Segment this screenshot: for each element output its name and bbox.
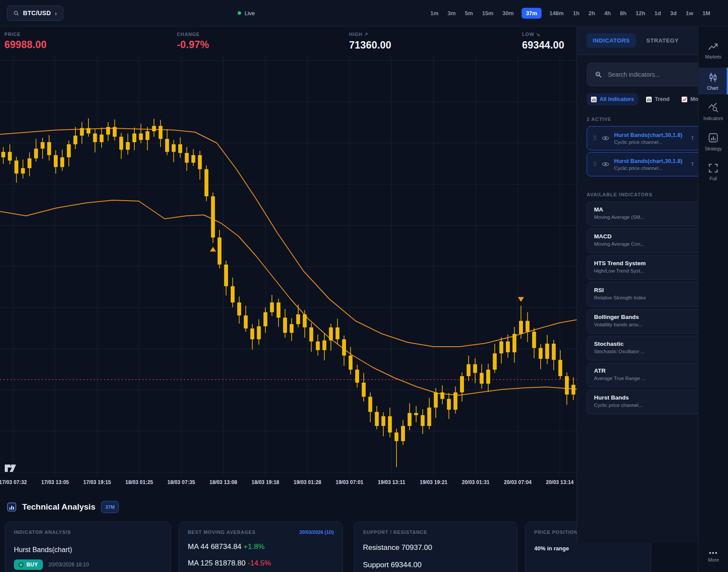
search-icon <box>595 71 602 78</box>
time-axis: 17/03 07:3217/03 13:0517/03 19:1518/03 0… <box>0 478 577 489</box>
available-indicator-atr[interactable]: ATRAverage True Range ... <box>587 363 699 387</box>
indicator-name: ATR <box>594 367 699 374</box>
section-title: Technical Analysis <box>22 502 95 512</box>
timeframe-15m[interactable]: 15m <box>481 8 495 19</box>
sidebar-item-strategy[interactable]: Strategy <box>699 128 728 155</box>
available-indicator-hts-trend-system[interactable]: HTS Trend SystemHigh/Low Trend Syst... <box>587 255 699 280</box>
timeframe-8h[interactable]: 8h <box>619 8 628 19</box>
available-indicator-stochastic[interactable]: StochasticStochastic Oscillator ... <box>587 336 699 361</box>
axis-tick-label: 17/03 07:32 <box>0 479 27 485</box>
live-label: Live <box>245 10 255 16</box>
axis-tick-label: 19/03 07:01 <box>336 479 363 485</box>
support-resistance-card: SUPPORT / RESISTANCE Resistance 70937.00… <box>354 521 517 572</box>
timeframe-bar: 1m3m5m15m30m37m148m1h2h4h8h12h1d3d1w1M <box>429 8 712 19</box>
clipped-tag: T <box>691 136 694 141</box>
eye-icon[interactable] <box>602 136 609 141</box>
tradingview-logo[interactable] <box>4 464 16 472</box>
timeframe-1d[interactable]: 1d <box>653 8 662 19</box>
indicator-name: Bollinger Bands <box>594 314 699 320</box>
top-bar: BTC/USD › Live 1m3m5m15m30m37m148m1h2h4h… <box>0 0 728 26</box>
axis-tick-label: 20/03 01:31 <box>462 479 490 485</box>
timeframe-5m[interactable]: 5m <box>464 8 474 19</box>
axis-tick-label: 18/03 13:08 <box>209 479 237 485</box>
tab-indicators[interactable]: INDICATORS <box>587 33 636 48</box>
indicators-icon <box>708 102 718 113</box>
available-indicator-rsi[interactable]: RSIRelative Strength Index <box>587 282 699 307</box>
filter-all-indicators[interactable]: All Indicators <box>587 93 638 105</box>
sidebar-item-full[interactable]: Full <box>699 159 728 185</box>
change-value: -0.97% <box>177 39 209 51</box>
axis-tick-label: 19/03 01:28 <box>294 479 321 485</box>
strategy-icon <box>708 133 718 143</box>
price-chart[interactable] <box>0 56 577 477</box>
timeframe-1m[interactable]: 1m <box>429 8 440 19</box>
axis-tick-label: 18/03 07:35 <box>167 479 195 485</box>
axis-tick-label: 19/03 19:21 <box>420 479 447 485</box>
timeframe-4h[interactable]: 4h <box>603 8 612 19</box>
active-count-label: 2 ACTIVE <box>587 117 699 122</box>
bar-chart-icon <box>591 97 597 102</box>
sidebar-item-markets[interactable]: Markets <box>699 37 728 64</box>
card-header: INDICATOR ANALYSIS <box>14 530 162 535</box>
candlestick-chart-icon <box>708 72 718 82</box>
filter-trend[interactable]: Trend <box>642 93 674 105</box>
resistance-row: Resistance 70937.00 <box>363 543 508 552</box>
available-indicators-list: MAMoving Average (SM...MACDMoving Averag… <box>577 202 699 414</box>
panel-tabs: INDICATORS STRATEGY <box>577 26 699 55</box>
available-indicator-ma[interactable]: MAMoving Average (SM... <box>587 202 699 226</box>
high-value: 71360.00 <box>349 39 392 51</box>
axis-tick-label: 19/03 13:11 <box>378 479 405 485</box>
timeframe-30m[interactable]: 30m <box>501 8 515 19</box>
sidebar-item-indicators[interactable]: Indicators <box>699 98 728 125</box>
chart-increasing-icon <box>682 97 687 102</box>
indicator-name: RSI <box>594 287 699 293</box>
axis-tick-label: 20/03 13:14 <box>546 479 574 485</box>
active-indicator-name: Hurst Bands(chart,30,1.8) <box>614 158 682 164</box>
indicator-name: HTS Trend System <box>594 260 699 266</box>
price-value: 69988.00 <box>4 39 47 51</box>
timeframe-3d[interactable]: 3d <box>669 8 678 19</box>
indicator-desc: Moving Average Con... <box>594 241 699 247</box>
signal-time: 20/03/2026 18:10 <box>49 562 89 568</box>
filter-momentum[interactable]: Momentum <box>677 93 699 105</box>
timeframe-1M[interactable]: 1M <box>701 8 712 19</box>
sidebar-item-chart[interactable]: Chart <box>699 68 728 94</box>
timeframe-1h[interactable]: 1h <box>571 8 581 19</box>
live-dot-icon <box>238 11 241 15</box>
available-indicator-macd[interactable]: MACDMoving Average Con... <box>587 228 699 253</box>
timeframe-12h[interactable]: 12h <box>634 8 646 19</box>
low-value: 69344.00 <box>522 39 565 51</box>
card-header: SUPPORT / RESISTANCE <box>363 530 508 535</box>
timeframe-3m[interactable]: 3m <box>446 8 457 19</box>
ellipsis-icon: ••• <box>709 551 718 555</box>
active-indicator-hurst-bands-1[interactable]: ⠿ Hurst Bands(chart,30,1.8) Cyclic price… <box>587 126 699 150</box>
timeframe-2h[interactable]: 2h <box>587 8 596 19</box>
sidebar-item-more[interactable]: ••• More <box>699 551 728 562</box>
moving-averages-card: BEST MOVING AVERAGES 20/03/2026 (1D) MA … <box>179 521 343 572</box>
active-indicator-hurst-bands-2[interactable]: ⠿ Hurst Bands(chart,30,1.8) Cyclic price… <box>587 152 699 176</box>
search-indicators-input[interactable]: Search indicators... <box>587 63 699 86</box>
indicator-desc: High/Low Trend Syst... <box>594 268 699 273</box>
timeframe-148m[interactable]: 148m <box>548 8 565 19</box>
axis-tick-label: 17/03 19:15 <box>83 479 111 485</box>
symbol-selector[interactable]: BTC/USD › <box>7 6 63 21</box>
available-indicator-hurst-bands[interactable]: Hurst BandsCyclic price channel... <box>587 390 699 414</box>
bar-chart-icon <box>7 502 16 512</box>
eye-icon[interactable] <box>602 162 609 167</box>
stat-price: PRICE 69988.00 <box>4 32 47 51</box>
tab-strategy[interactable]: STRATEGY <box>646 37 679 44</box>
ma-row: MA 125 81878.80 -14.5% <box>188 559 334 568</box>
available-indicator-bollinger-bands[interactable]: Bollinger BandsVolatility bands arou... <box>587 309 699 334</box>
card-date: 20/03/2026 (1D) <box>300 530 334 535</box>
timeframe-1w[interactable]: 1w <box>685 8 695 19</box>
search-icon <box>13 10 19 16</box>
price-label: PRICE <box>4 32 47 37</box>
chevron-right-icon: › <box>55 10 57 17</box>
clipped-tag: T <box>691 162 694 167</box>
drag-handle-icon[interactable]: ⠿ <box>593 161 597 167</box>
active-indicator-name: Hurst Bands(chart,30,1.8) <box>614 132 682 138</box>
signal-badge: BUY <box>14 559 43 570</box>
timeframe-37m[interactable]: 37m <box>522 8 542 19</box>
drag-handle-icon[interactable]: ⠿ <box>593 135 597 141</box>
timeframe-badge: 37M <box>101 501 119 513</box>
